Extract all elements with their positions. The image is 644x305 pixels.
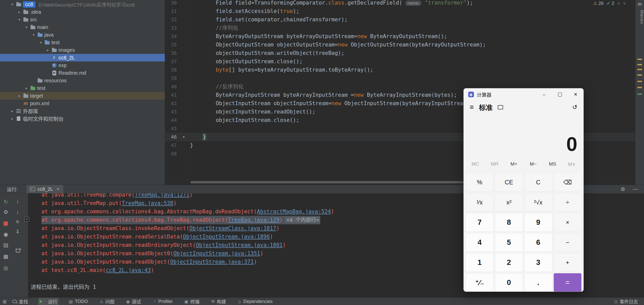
statusbar-profiler[interactable]: ◔Profiler	[151, 298, 174, 305]
stack-frame-link[interactable]: ObjectInputStream.java:1801	[196, 242, 283, 248]
close-tab-icon[interactable]: ✕	[56, 187, 60, 191]
calc-memory-flyout-button[interactable]: M∨	[562, 161, 581, 167]
calc-memory-clear-button[interactable]: MC	[466, 161, 485, 167]
statusbar-todo[interactable]: ▤TODO	[67, 298, 90, 305]
tree-item[interactable]: Cexp	[0, 61, 165, 69]
calc-zero-button[interactable]: 0	[495, 273, 523, 292]
calc-seven-button[interactable]: 7	[466, 213, 493, 232]
down-icon[interactable]: ↓	[14, 209, 21, 215]
calc-negate-button[interactable]: ⁺⁄₋	[466, 273, 493, 292]
calc-nine-button[interactable]: 9	[524, 213, 552, 232]
maximize-button[interactable]	[552, 88, 568, 101]
chevron-right-icon[interactable]: ▸	[23, 86, 30, 90]
calc-five-button[interactable]: 5	[495, 233, 523, 252]
calc-decimal-button[interactable]: .	[524, 273, 552, 292]
run-tab[interactable]: cc8_2L ✕	[26, 185, 63, 193]
calc-six-button[interactable]: 6	[524, 233, 552, 252]
statusbar-find[interactable]: 查找	[11, 298, 30, 305]
calc-clear-entry-button[interactable]: CE	[495, 173, 523, 191]
hide-panel-icon[interactable]: —	[633, 186, 638, 192]
tree-item[interactable]: ▾main	[0, 23, 165, 31]
tree-item[interactable]: ▸images	[0, 46, 165, 54]
screenshot-icon[interactable]: ◉	[3, 231, 9, 238]
calc-one-button[interactable]: 1	[466, 253, 493, 272]
tree-item[interactable]: Readme.md	[0, 69, 165, 77]
tree-item[interactable]: ▸外部库	[0, 107, 165, 115]
warning-stripe-mark[interactable]	[637, 69, 642, 70]
statusbar-event-log[interactable]: ◷ 事件日志	[612, 298, 639, 305]
stack-frame-link[interactable]: cc8_2L.java:43	[106, 267, 151, 273]
tree-item[interactable]: ▾cc8D:\WebSecurity\CTF\JAVA\反序列化学习\cc8	[0, 1, 165, 8]
minimize-button[interactable]: –	[536, 88, 552, 101]
calc-memory-subtract-button[interactable]: M−	[523, 161, 543, 167]
warning-stripe-mark[interactable]	[637, 64, 642, 65]
warning-stripe-mark[interactable]	[637, 81, 642, 82]
chevron-right-icon[interactable]: ▸	[9, 117, 15, 121]
inspections-widget[interactable]: ⚠ 26 ✔ 2 ∧ ∨	[593, 1, 626, 6]
warning-stripe-mark[interactable]	[637, 74, 642, 76]
chevron-right-icon[interactable]: ▸	[45, 48, 51, 52]
warning-stripe-mark[interactable]	[637, 59, 642, 60]
calc-square-button[interactable]: x²	[495, 193, 523, 212]
scroll-end-icon[interactable]: ⇓	[14, 228, 21, 235]
layout-icon[interactable]: ▦	[3, 253, 9, 260]
stack-frame-link[interactable]: ObjectInputStream.java:371	[170, 259, 254, 265]
chevron-down-icon[interactable]: ▾	[16, 18, 22, 22]
calc-two-button[interactable]: 2	[495, 253, 523, 272]
monitor-icon[interactable]: ▤	[3, 242, 9, 248]
stack-frame-link[interactable]: TreeMap.java:538	[122, 200, 173, 206]
history-icon[interactable]: ↺	[572, 104, 577, 111]
stack-frame-link[interactable]: ObjectStreamClass.java:1017	[189, 225, 276, 231]
prev-issue-icon[interactable]: ∧	[617, 1, 620, 6]
info-stripe-mark[interactable]	[637, 93, 642, 95]
stack-frame-link[interactable]: TreeMap.java:1271	[135, 193, 189, 198]
calc-memory-store-button[interactable]: MS	[543, 161, 562, 167]
calc-percent-button[interactable]: %	[466, 173, 493, 191]
menu-icon[interactable]: ≡	[470, 103, 474, 111]
chevron-right-icon[interactable]: ▸	[16, 94, 22, 98]
statusbar-problems[interactable]: ⚠问题	[98, 298, 116, 305]
warning-stripe-mark[interactable]	[637, 87, 642, 88]
settings-icon[interactable]: ⚙	[3, 209, 9, 215]
calc-subtract-button[interactable]: −	[554, 233, 581, 252]
tree-item[interactable]: ▸.idea	[0, 8, 165, 16]
hscroll-thumb[interactable]	[191, 181, 465, 183]
stop-icon[interactable]	[4, 221, 8, 226]
calc-add-button[interactable]: +	[554, 253, 581, 272]
rerun-icon[interactable]: ↻	[3, 199, 9, 205]
statusbar-dependencies[interactable]: ◇Dependencies	[236, 298, 274, 305]
stack-frame-link[interactable]: ObjectInputStream.java:1351	[173, 250, 260, 256]
calc-eight-button[interactable]: 8	[495, 213, 523, 232]
tree-item[interactable]: ▸临时文件和控制台	[0, 115, 165, 122]
tree-item[interactable]: ▾src	[0, 16, 165, 23]
calc-clear-button[interactable]: C	[524, 173, 552, 191]
tree-item[interactable]: ▾java	[0, 31, 165, 39]
fold-marker-icon[interactable]: ▾	[183, 133, 185, 141]
calc-multiply-button[interactable]: ×	[554, 213, 581, 232]
project-panel[interactable]: ▾cc8D:\WebSecurity\CTF\JAVA\反序列化学习\cc8▸.…	[0, 0, 165, 185]
stack-frame-link[interactable]: TreeBag.java:129	[228, 217, 279, 223]
statusbar-build[interactable]: ⚒构建	[210, 298, 227, 305]
calc-reciprocal-button[interactable]: ¹⁄x	[466, 193, 493, 212]
tree-item[interactable]: resources	[0, 77, 165, 84]
expand-fold-icon[interactable]: +	[24, 217, 29, 222]
up-icon[interactable]: ↑	[14, 199, 21, 205]
tree-item[interactable]: ▸test	[0, 84, 165, 92]
tree-item[interactable]: Ccc8_2L	[0, 54, 165, 61]
chevron-down-icon[interactable]: ▾	[9, 2, 15, 6]
calc-memory-add-button[interactable]: M+	[504, 161, 524, 167]
folded-frames-badge[interactable]: <4 个内部行>	[285, 217, 320, 223]
calculator-titlebar[interactable]: 计算器 – ✕	[464, 88, 583, 101]
calc-equals-button[interactable]: =	[554, 273, 581, 292]
settings-icon[interactable]: ⚙	[621, 186, 625, 192]
chevron-down-icon[interactable]: ▾	[38, 40, 44, 44]
statusbar-terminal[interactable]: ▣终端	[183, 298, 201, 305]
calc-divide-button[interactable]: ÷	[554, 193, 581, 212]
soft-wrap-icon[interactable]: ≡	[14, 218, 21, 225]
statusbar-run[interactable]: 运行	[38, 298, 59, 305]
tool-tab-maven[interactable]: Maven	[635, 10, 644, 24]
calculator-window[interactable]: 计算器 – ✕ ≡ 标准 ↺ 0 MCMRM+M−MSM∨ %CEC⌫¹⁄xx²…	[463, 88, 584, 292]
chevron-down-icon[interactable]: ▾	[23, 25, 30, 29]
statusbar-debug[interactable]: ◉调试	[125, 298, 142, 305]
calc-three-button[interactable]: 3	[524, 253, 552, 272]
